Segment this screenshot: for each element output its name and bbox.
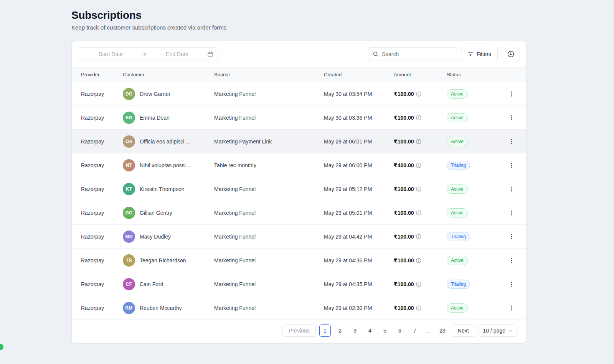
row-actions-button[interactable] [506,89,517,99]
filters-button[interactable]: Filters [461,47,498,61]
customer-avatar: CF [123,278,135,290]
page-number-1[interactable]: 1 [319,324,331,337]
page-size-select[interactable]: 10 / page [479,324,517,337]
customer-name: Macy Dudley [140,234,171,240]
status-badge: Active [447,137,468,146]
page-number-3[interactable]: 3 [349,324,361,337]
column-header-provider: Provider [72,68,123,82]
created-cell: May 29 at 06:00 PM [324,153,394,177]
column-header-amount: Amount [394,68,447,82]
info-icon[interactable] [416,115,421,120]
customer-cell: NT Nihil voluptas possi ... [123,153,214,177]
chevron-down-icon [508,329,512,333]
page-number-7[interactable]: 7 [409,324,421,337]
pagination: Previous1234567...23Next10 / page [72,320,526,343]
table-row[interactable]: Razorpay MD Macy Dudley Marketing Funnel… [72,225,526,249]
created-cell: May 30 at 03:36 PM [324,106,394,130]
row-actions-button[interactable] [506,160,517,171]
search-box[interactable] [368,47,457,61]
created-cell: May 29 at 05:12 PM [324,177,394,201]
actions-cell [497,296,526,320]
download-button[interactable] [502,47,520,61]
table-row[interactable]: Razorpay KT Kirestin Thompson Marketing … [72,177,526,201]
page-number-6[interactable]: 6 [394,324,406,337]
info-icon[interactable] [416,234,421,239]
table-row[interactable]: Razorpay CF Cain Ford Marketing Funnel M… [72,272,526,296]
created-cell: May 29 at 06:01 PM [324,130,394,153]
row-actions-button[interactable] [506,184,517,194]
amount-value: ₹100.00 [394,186,414,192]
table-row[interactable]: Razorpay DG Drew Garner Marketing Funnel… [72,82,526,106]
amount-cell: ₹400.00 [394,153,447,177]
status-cell: Active [447,296,497,320]
previous-page-button[interactable]: Previous [282,324,315,337]
row-actions-button[interactable] [506,231,517,242]
next-page-button[interactable]: Next [452,324,475,337]
table-row[interactable]: Razorpay RM Reuben Mccarthy Marketing Fu… [72,296,526,320]
info-icon[interactable] [416,186,421,192]
customer-name: Gillian Gentry [140,210,172,216]
status-badge: Trialing [447,280,470,289]
info-icon[interactable] [416,305,421,311]
source-cell: Marketing Funnel [214,106,324,130]
amount-cell: ₹100.00 [394,82,447,106]
actions-cell [497,106,526,130]
table-row[interactable]: Razorpay ED Emma Dean Marketing Funnel M… [72,106,526,130]
row-actions-button[interactable] [506,136,517,147]
search-input[interactable] [382,51,452,57]
date-range-picker[interactable]: Start Date End Date [78,47,218,61]
amount-value: ₹100.00 [394,234,414,240]
page-number-5[interactable]: 5 [379,324,391,337]
page-size-label: 10 / page [483,328,505,334]
provider-cell: Razorpay [72,130,123,153]
end-date-input[interactable]: End Date [149,51,205,57]
amount-value: ₹100.00 [394,115,414,121]
table-row[interactable]: Razorpay TR Teegan Richardson Marketing … [72,249,526,272]
start-date-input[interactable]: Start Date [83,51,139,57]
page-title: Subscriptions [71,9,614,21]
customer-name: Officia eos adipisci ... [140,138,190,145]
customer-cell: KT Kirestin Thompson [123,177,214,201]
page-number-2[interactable]: 2 [334,324,346,337]
info-icon[interactable] [416,163,421,168]
customer-name: Cain Ford [140,281,163,287]
amount-value: ₹100.00 [394,91,414,97]
customer-cell: CF Cain Ford [123,272,214,296]
row-actions-button[interactable] [506,112,517,123]
info-icon[interactable] [416,91,421,97]
row-actions-button[interactable] [506,303,517,313]
amount-value: ₹100.00 [394,210,414,216]
info-icon[interactable] [416,210,421,216]
status-badge: Trialing [447,161,470,170]
info-icon[interactable] [416,258,421,263]
customer-avatar: MD [123,231,135,243]
customer-avatar: GG [123,207,135,219]
customer-name: Nihil voluptas possi ... [140,162,191,168]
row-actions-button[interactable] [506,208,517,218]
table-row[interactable]: Razorpay NT Nihil voluptas possi ... Tab… [72,153,526,177]
actions-cell [497,177,526,201]
filter-icon [467,51,474,57]
info-icon[interactable] [416,282,421,287]
customer-avatar: TR [123,254,135,267]
table-row[interactable]: Razorpay GG Gillian Gentry Marketing Fun… [72,201,526,225]
page-number-23[interactable]: 23 [437,324,448,337]
status-badge: Trialing [447,232,470,241]
table-row[interactable]: Razorpay OA Officia eos adipisci ... Mar… [72,130,526,153]
amount-value: ₹100.00 [394,257,414,264]
amount-cell: ₹100.00 [394,177,447,201]
page-content: Subscriptions Keep track of customer sub… [0,0,614,344]
amount-value: ₹100.00 [394,138,414,145]
row-actions-button[interactable] [506,255,517,266]
provider-cell: Razorpay [72,272,123,296]
filters-label: Filters [477,51,491,57]
page-number-4[interactable]: 4 [364,324,376,337]
info-icon[interactable] [416,139,421,144]
provider-cell: Razorpay [72,296,123,320]
row-actions-button[interactable] [506,279,517,290]
chat-widget-bubble[interactable] [0,344,3,350]
customer-avatar: ED [123,112,135,124]
table-header: ProviderCustomerSourceCreatedAmountStatu… [72,68,526,82]
provider-cell: Razorpay [72,177,123,201]
table-header-row: ProviderCustomerSourceCreatedAmountStatu… [72,68,526,82]
